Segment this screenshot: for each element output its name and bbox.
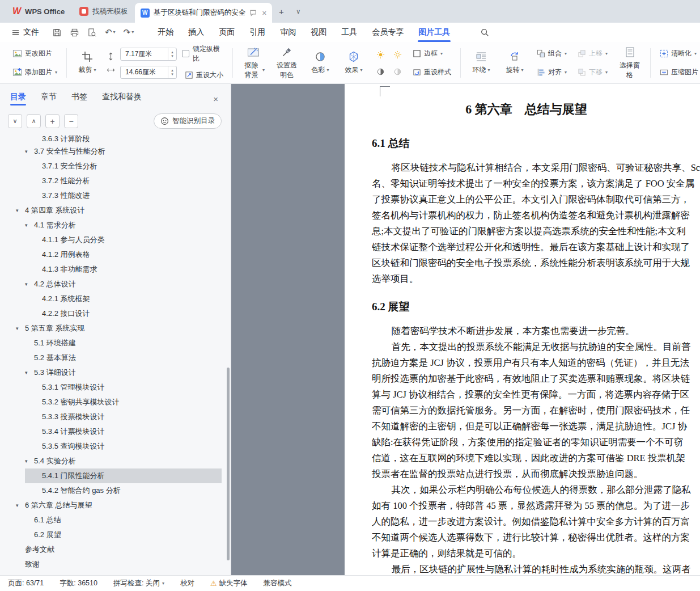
- toc-item[interactable]: 5.3.3 投票模块设计: [0, 410, 222, 424]
- close-tab-icon[interactable]: ×: [262, 9, 266, 18]
- expand-arrow-icon[interactable]: [25, 281, 34, 287]
- wrap-text-button[interactable]: 环绕▾: [467, 50, 495, 76]
- toc-item[interactable]: 4 第四章 系统设计: [0, 203, 222, 218]
- new-tab-button[interactable]: +: [274, 5, 288, 18]
- toc-item[interactable]: 致谢: [0, 557, 222, 572]
- toc-item[interactable]: 5.3 详细设计: [0, 365, 222, 380]
- print-button[interactable]: [67, 26, 82, 40]
- proofread-button[interactable]: 校对: [180, 579, 194, 588]
- comment-icon[interactable]: [249, 9, 257, 16]
- compatibility-mode[interactable]: 兼容模式: [264, 579, 292, 588]
- height-stepper[interactable]: ▴▾: [168, 48, 176, 60]
- close-panel-icon[interactable]: ×: [210, 93, 222, 105]
- width-icon[interactable]: [107, 66, 115, 74]
- sidebar-scrollbar[interactable]: [227, 368, 230, 560]
- border-button[interactable]: 边框 ▾: [410, 47, 454, 61]
- toc-item[interactable]: 3.7.2 性能分析: [0, 174, 222, 188]
- expand-arrow-icon[interactable]: [16, 208, 25, 213]
- redo-button[interactable]: ↷ ▾: [121, 25, 137, 40]
- toc-item[interactable]: 6.2 展望: [0, 527, 222, 542]
- toc-item[interactable]: 6 第六章 总结与展望: [0, 498, 222, 513]
- zoom-in-button[interactable]: +: [45, 114, 60, 128]
- expand-arrow-icon[interactable]: [25, 458, 34, 464]
- decrease-contrast-icon[interactable]: [390, 64, 405, 79]
- group-button[interactable]: 组合 ▾: [534, 47, 570, 61]
- toc-item[interactable]: 5.2 基本算法: [0, 351, 222, 365]
- toc-item[interactable]: 5.1 环境搭建: [0, 336, 222, 351]
- toc-item[interactable]: 3.7.3 性能改进: [0, 188, 222, 203]
- spellcheck-status[interactable]: 拼写检查: 关闭 ▾: [113, 579, 164, 588]
- save-button[interactable]: [49, 26, 65, 40]
- toc-item[interactable]: 3.6.3 计算阶段: [0, 136, 222, 144]
- compress-picture-button[interactable]: 压缩图片: [657, 66, 700, 79]
- expand-arrow-icon[interactable]: [16, 326, 25, 331]
- remove-background-button[interactable]: 抠除背景▾: [239, 45, 268, 81]
- toc-item[interactable]: 4.1.3 非功能需求: [0, 262, 222, 277]
- doc-tab-template[interactable]: 找稿壳模板: [73, 3, 135, 20]
- toc-item[interactable]: 5.4.2 智能合约 gas 分析: [0, 483, 222, 498]
- collapse-all-button[interactable]: ∨: [8, 114, 22, 128]
- expand-arrow-icon[interactable]: [16, 503, 25, 508]
- expand-arrow-icon[interactable]: [25, 370, 34, 375]
- checkbox-icon[interactable]: [182, 50, 189, 57]
- menu-tab[interactable]: 视图: [303, 23, 334, 42]
- page-indicator[interactable]: 页面: 63/71: [8, 579, 44, 588]
- toc-item[interactable]: 参考文献: [0, 542, 222, 557]
- toc-item[interactable]: 5.4.1 门限性能分析: [0, 468, 222, 483]
- document-page[interactable]: 6 第六章 总结与展望 6.1 总结 将区块链技术与隐私计算相结合，本文采用门限…: [345, 84, 700, 575]
- toc-item[interactable]: 4.1.1 参与人员分类: [0, 233, 222, 247]
- sharpen-button[interactable]: 清晰化 ▾: [657, 47, 700, 61]
- width-input[interactable]: 14.66厘米 ▴▾: [120, 66, 177, 79]
- tab-bookmarks[interactable]: 书签: [71, 92, 87, 105]
- height-icon[interactable]: [107, 52, 115, 61]
- menu-tab[interactable]: 插入: [181, 23, 211, 42]
- menu-tab[interactable]: 审阅: [273, 23, 303, 42]
- doc-tab-active[interactable]: W 基于区块链和门限密码的安全 ×: [135, 3, 273, 23]
- decrease-brightness-icon[interactable]: [390, 47, 405, 62]
- increase-brightness-icon[interactable]: [373, 47, 388, 62]
- missing-fonts-warning[interactable]: ⚠ 缺失字体: [210, 579, 248, 588]
- expand-arrow-icon[interactable]: [25, 149, 34, 154]
- reset-style-button[interactable]: 重设样式: [410, 66, 454, 79]
- reset-size-button[interactable]: 重设大小: [182, 69, 226, 82]
- height-input[interactable]: 7.17厘米 ▴▾: [120, 48, 177, 61]
- color-button[interactable]: 色彩▾: [306, 50, 334, 76]
- increase-contrast-icon[interactable]: [373, 64, 388, 79]
- toc-item[interactable]: 5.3.1 管理模块设计: [0, 380, 222, 395]
- crop-button[interactable]: 裁剪▾: [73, 50, 101, 76]
- rotate-button[interactable]: 旋转▾: [500, 50, 529, 76]
- menu-tab[interactable]: 页面: [211, 23, 242, 42]
- toc-item[interactable]: 5.3.5 查询模块设计: [0, 439, 222, 454]
- toc-item[interactable]: 3.7.1 安全性分析: [0, 159, 222, 174]
- toc-item[interactable]: 4.2 总体设计: [0, 277, 222, 292]
- redo-dropdown-icon[interactable]: ▾: [131, 30, 134, 35]
- toc-item[interactable]: 3.7 安全性与性能分析: [0, 144, 222, 159]
- file-menu-button[interactable]: 文件: [6, 23, 45, 42]
- smart-toc-button[interactable]: 智能识别目录: [154, 113, 222, 129]
- document-area[interactable]: 6 第六章 总结与展望 6.1 总结 将区块链技术与隐私计算相结合，本文采用门限…: [231, 84, 700, 575]
- zoom-out-button[interactable]: −: [64, 114, 78, 128]
- change-picture-button[interactable]: 更改图片: [10, 47, 60, 61]
- toc-item[interactable]: 6.1 总结: [0, 513, 222, 527]
- menu-tab[interactable]: 引用: [242, 23, 273, 42]
- word-count[interactable]: 字数: 36510: [60, 579, 97, 588]
- lock-aspect-ratio-checkbox[interactable]: 锁定纵横比: [182, 44, 226, 64]
- menu-tab[interactable]: 开始: [150, 23, 181, 42]
- add-picture-button[interactable]: 添加图片 ▾: [10, 66, 60, 79]
- toc-item[interactable]: 4.2.1 系统框架: [0, 292, 222, 306]
- toc-item[interactable]: 5.4 实验分析: [0, 454, 222, 468]
- undo-button[interactable]: ↶ ▾: [102, 25, 118, 40]
- bring-forward-button[interactable]: 上移 ▾: [575, 47, 610, 61]
- send-backward-button[interactable]: 下移 ▾: [575, 66, 610, 79]
- tab-toc[interactable]: 目录: [10, 92, 26, 105]
- toc-item[interactable]: 4.1 需求分析: [0, 218, 222, 233]
- toc-item[interactable]: 5.3.2 密钥共享模块设计: [0, 395, 222, 410]
- print-preview-button[interactable]: [84, 26, 100, 40]
- expand-arrow-icon[interactable]: [25, 222, 34, 228]
- toc-item[interactable]: 4.1.2 用例表格: [0, 247, 222, 262]
- menu-tab[interactable]: 图片工具: [411, 23, 457, 42]
- set-transparent-color-button[interactable]: 设置透明色: [273, 45, 301, 81]
- toc-item[interactable]: 5.3.4 计票模块设计: [0, 424, 222, 439]
- undo-dropdown-icon[interactable]: ▾: [113, 30, 116, 35]
- tab-find-replace[interactable]: 查找和替换: [102, 92, 142, 105]
